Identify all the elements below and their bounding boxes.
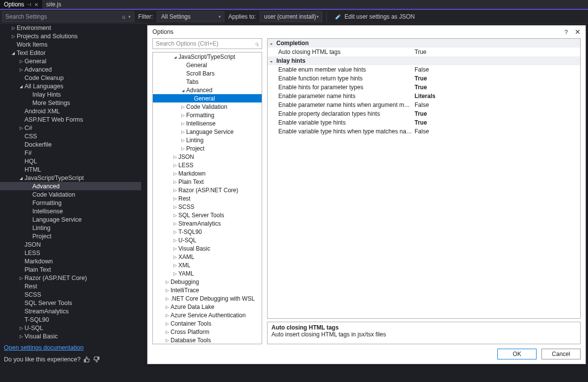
tree-item[interactable]: Rest	[0, 282, 141, 290]
property-row[interactable]: Enable parameter name hintsLiterals	[268, 92, 580, 101]
property-grid[interactable]: ⌄CompletionAuto closing HTML tagsTrue⌄In…	[267, 38, 581, 319]
expand-icon[interactable]	[19, 333, 24, 339]
expand-icon[interactable]	[172, 54, 177, 59]
options-tree-item[interactable]: Intellisense	[153, 119, 262, 127]
tree-item[interactable]: Code Cleanup	[0, 74, 141, 82]
options-tree-item[interactable]: Cross Platform	[153, 328, 262, 336]
tree-item[interactable]: Project	[0, 232, 141, 240]
tree-item[interactable]: SCSS	[0, 290, 141, 299]
expand-icon[interactable]	[180, 104, 185, 109]
tree-item[interactable]: StreamAnalytics	[0, 307, 141, 315]
options-tree-item[interactable]: Container Tools	[153, 319, 262, 328]
tree-item[interactable]: JavaScript/TypeScript	[0, 174, 141, 182]
property-value[interactable]: True	[413, 84, 580, 91]
tree-item[interactable]: More Settings	[0, 99, 141, 107]
tree-item[interactable]: JSON	[0, 240, 141, 249]
tree-item[interactable]: Linting	[0, 224, 141, 232]
tree-item[interactable]: General	[0, 57, 141, 65]
expand-icon[interactable]	[172, 271, 177, 276]
help-button[interactable]: ?	[564, 28, 568, 36]
options-search-input[interactable]	[156, 40, 255, 47]
tree-item[interactable]: Intellisense	[0, 207, 141, 215]
options-tree-item[interactable]: Scroll Bars	[153, 69, 262, 77]
tree-item[interactable]: Razor (ASP.NET Core)	[0, 274, 141, 282]
property-value[interactable]: True	[413, 119, 580, 126]
expand-icon[interactable]	[165, 313, 170, 318]
property-row[interactable]: Enable variable type hintsTrue	[268, 118, 580, 127]
applies-dropdown[interactable]: user (current install) ▾	[260, 11, 322, 22]
docs-link[interactable]: Open settings documentation	[4, 344, 137, 351]
ok-button[interactable]: OK	[497, 349, 537, 359]
tree-item[interactable]: Markdown	[0, 257, 141, 265]
expand-icon[interactable]	[165, 296, 170, 301]
tree-item[interactable]: Android XML	[0, 107, 141, 115]
tree-item[interactable]: HQL	[0, 157, 141, 165]
expand-icon[interactable]	[19, 175, 24, 180]
options-tree-item[interactable]: Tabs	[153, 77, 262, 86]
options-tree-item[interactable]: T-SQL90	[153, 228, 262, 236]
expand-icon[interactable]	[165, 330, 170, 334]
property-row[interactable]: Enable function return type hintsTrue	[268, 74, 580, 83]
tree-item[interactable]: Plain Text	[0, 265, 141, 274]
expand-icon[interactable]	[180, 88, 185, 93]
options-tree-item[interactable]: Markdown	[153, 169, 262, 178]
expand-icon[interactable]	[172, 238, 177, 243]
options-tree-item[interactable]: Plain Text	[153, 178, 262, 186]
expand-icon[interactable]	[180, 113, 185, 118]
tree-item[interactable]: CSS	[0, 132, 141, 140]
tree-item[interactable]: Text Editor	[0, 49, 141, 57]
close-button[interactable]: ✕	[575, 28, 581, 36]
options-tree-item[interactable]: Debugging	[153, 278, 262, 286]
tree-item[interactable]: HTML	[0, 165, 141, 174]
expand-icon[interactable]	[165, 321, 170, 326]
expand-icon[interactable]	[180, 146, 185, 151]
expand-icon[interactable]	[172, 179, 177, 184]
options-tree-item[interactable]: Database Tools	[153, 336, 262, 344]
property-row[interactable]: Enable enum member value hintsFalse	[268, 65, 580, 74]
options-tree-item[interactable]: Linting	[153, 136, 262, 144]
property-value[interactable]: False	[413, 128, 580, 135]
expand-icon[interactable]	[172, 154, 177, 159]
expand-icon[interactable]	[172, 221, 177, 226]
thumbs-up-icon[interactable]	[83, 356, 90, 363]
tree-item[interactable]: All Languages	[0, 82, 141, 90]
tree-item[interactable]: ASP.NET Web Forms	[0, 115, 141, 124]
options-tree-item[interactable]: Razor (ASP.NET Core)	[153, 186, 262, 194]
options-tree-item[interactable]: SQL Server Tools	[153, 211, 262, 219]
options-tree-item[interactable]: JSON	[153, 153, 262, 161]
expand-icon[interactable]	[165, 338, 170, 343]
expand-icon[interactable]	[11, 33, 16, 39]
expand-icon[interactable]	[180, 129, 185, 134]
property-row[interactable]: Enable parameter name hints when argumen…	[268, 101, 580, 109]
edit-json-button[interactable]: Edit user settings as JSON	[331, 13, 418, 20]
thumbs-down-icon[interactable]	[93, 356, 100, 363]
options-tree-item[interactable]: Formatting	[153, 111, 262, 119]
property-value[interactable]: True	[413, 110, 580, 117]
expand-icon[interactable]	[172, 255, 177, 259]
options-tree-item[interactable]: JavaScript/TypeScript	[153, 52, 262, 61]
expand-icon[interactable]	[172, 263, 177, 268]
property-category[interactable]: ⌄Inlay hints	[268, 56, 580, 65]
options-search[interactable]: ⌕	[152, 38, 262, 49]
options-tree-item[interactable]: StreamAnalytics	[153, 219, 262, 228]
tree-item[interactable]: Visual Basic	[0, 332, 141, 340]
pin-icon[interactable]: ⊣	[27, 2, 31, 7]
options-tree-item[interactable]: Language Service	[153, 127, 262, 136]
options-tree-item[interactable]: Advanced	[153, 86, 262, 94]
expand-icon[interactable]	[180, 121, 185, 126]
expand-icon[interactable]	[172, 204, 177, 209]
tree-item[interactable]: Projects and Solutions	[0, 32, 141, 40]
property-value[interactable]: True	[413, 75, 580, 82]
options-tree-item[interactable]: IntelliTrace	[153, 286, 262, 294]
tree-item[interactable]: Language Service	[0, 215, 141, 224]
expand-icon[interactable]	[172, 171, 177, 176]
options-tree-item[interactable]: Azure Service Authentication	[153, 311, 262, 319]
options-tree-item[interactable]: General	[153, 61, 262, 69]
expand-icon[interactable]	[19, 83, 24, 89]
property-value[interactable]: True	[413, 49, 580, 55]
cancel-button[interactable]: Cancel	[541, 349, 581, 359]
expand-icon[interactable]	[165, 280, 170, 284]
property-value[interactable]: False	[413, 66, 580, 73]
expand-icon[interactable]	[172, 246, 177, 251]
tree-item[interactable]: F#	[0, 149, 141, 157]
